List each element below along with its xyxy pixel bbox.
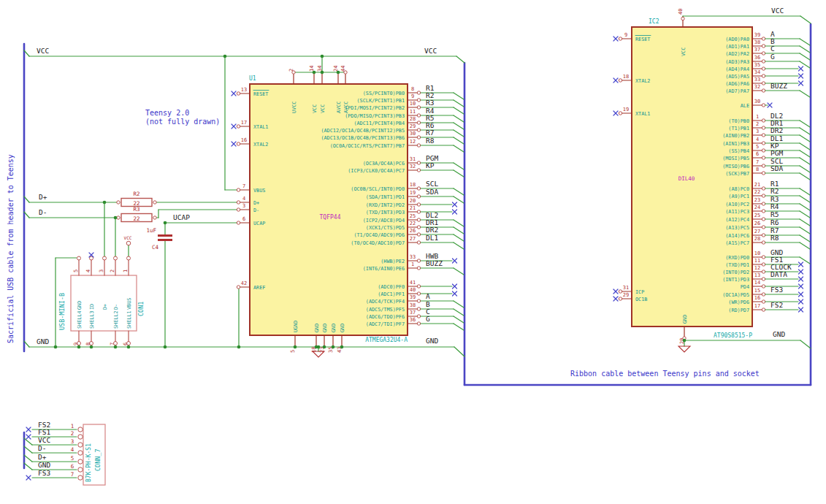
pin-number: 7 — [110, 343, 115, 345]
pin-circle — [417, 203, 420, 206]
net-label: FS3 — [770, 286, 783, 294]
pin-number: 39 — [410, 294, 416, 300]
package-label: TQFP44 — [320, 214, 341, 221]
pin-number: 9 — [73, 343, 79, 345]
pin-number: 10 — [754, 251, 760, 256]
wire — [800, 340, 811, 348]
pin-name: (PDO/MISO/PCINT3)PB3 — [345, 113, 405, 119]
bus-entry — [800, 143, 810, 150]
bus-entry — [800, 158, 810, 164]
pin-name: D- — [253, 207, 259, 213]
pin-circle — [619, 297, 622, 300]
bus-entry — [454, 107, 464, 114]
pin-number: 8 — [85, 343, 91, 345]
pin-circle — [619, 112, 622, 115]
bus-entry — [454, 220, 464, 226]
pin-number: 30 — [410, 131, 416, 137]
net-label: GND — [773, 330, 785, 338]
pin-number: 28 — [754, 236, 760, 242]
pin-circle — [762, 82, 765, 85]
junction-dot — [321, 55, 324, 58]
pin-number: 29 — [623, 292, 629, 298]
pin-name: (A8)PC0 — [728, 186, 749, 192]
pin-name: (A13)PC5 — [725, 225, 749, 231]
pin-name: (SDA/INT1)PD1 — [366, 194, 405, 200]
pin-circle — [153, 216, 156, 219]
net-label: SDA — [770, 164, 783, 172]
pin-circle — [78, 435, 83, 439]
bus-entry — [454, 301, 464, 308]
bus-entry — [800, 188, 810, 195]
pin-name: (OC0A/OC1C/RTS/PCINT7)PB7 — [330, 143, 405, 149]
net-label: C — [770, 45, 775, 53]
wire — [454, 347, 464, 356]
pin-name: AVCC — [336, 102, 342, 113]
bus-entry — [454, 170, 464, 177]
pin-circle — [237, 208, 240, 211]
net-label: DR2 — [426, 226, 438, 234]
pin-circle — [417, 218, 420, 221]
pin-circle — [417, 292, 420, 295]
net-label: G — [770, 53, 775, 61]
pin-number: 11 — [754, 258, 760, 264]
pin-circle — [237, 286, 240, 289]
pin-name: (INT6/AIN0)PE6 — [363, 266, 405, 272]
pin-name: (ADC5/TMS)PF5 — [366, 307, 405, 313]
pin-circle — [762, 308, 765, 311]
bus-entry — [800, 128, 810, 134]
bus-entry — [800, 53, 810, 60]
pin-circle — [762, 234, 765, 237]
net-label: R8 — [426, 137, 435, 145]
pin-circle — [417, 136, 420, 139]
pin-circle — [762, 119, 765, 122]
pin-number: 3 — [71, 438, 74, 445]
net-label: VCC — [38, 436, 50, 444]
pin-name: (PDI/MOSI/PCINT2)PB2 — [345, 105, 405, 111]
pin-name: XTAL1 — [253, 124, 268, 130]
pin-circle — [417, 114, 420, 117]
ref-label: CON1 — [137, 302, 145, 316]
pin-circle — [103, 256, 107, 260]
pin-name: (A10)PC2 — [725, 202, 749, 207]
pin-circle — [762, 202, 765, 205]
pin-circle — [114, 256, 118, 260]
pin-number: 39 — [754, 32, 760, 38]
pin-name: ALE — [741, 103, 749, 109]
pin-name: VBUS — [253, 188, 265, 194]
pin-name: XTAL2 — [253, 142, 268, 148]
junction-dot — [294, 345, 297, 349]
pin-number: 20 — [410, 198, 416, 204]
net-label: G — [426, 315, 430, 323]
pin-number: 26 — [410, 228, 416, 234]
pin-name: (RXD)PD0 — [725, 255, 749, 261]
pin-name: (A15)PC7 — [725, 240, 749, 246]
pin-name: (A14)PC6 — [725, 233, 749, 239]
pin-circle — [762, 89, 765, 92]
pin-number: 34 — [317, 66, 323, 72]
net-label: GND — [37, 337, 49, 345]
note-teensy-line2: (not fully drawn) — [145, 118, 220, 126]
pin-name: (SS/PCINT0)PB0 — [363, 91, 405, 96]
net-label: SCL — [426, 180, 438, 188]
pin-circle — [417, 241, 420, 244]
pin-number: 1 — [123, 270, 129, 272]
net-label: FS1 — [38, 428, 50, 436]
pin-circle — [417, 99, 420, 102]
net-label: KP — [426, 161, 435, 169]
bus-entry — [800, 204, 810, 210]
wire — [24, 446, 32, 453]
pin-number: 8 — [411, 86, 414, 92]
pin-name: SHELL2 — [113, 310, 119, 329]
pin-name: (ADC0)PF0 — [378, 284, 405, 290]
pin-number: 12 — [410, 139, 416, 145]
pin-number: 4 — [756, 137, 759, 142]
pin-number: 14 — [754, 280, 760, 286]
bus-entry — [800, 219, 810, 226]
pin-name: SHELL1 — [126, 310, 132, 329]
pin-number: 38 — [410, 302, 416, 308]
pin-name: D- — [113, 304, 119, 310]
pin-circle — [292, 71, 295, 74]
junction-dot — [90, 345, 93, 349]
pin-name: UCAP — [253, 221, 265, 226]
part-label: AT90S8515-P — [714, 332, 752, 339]
